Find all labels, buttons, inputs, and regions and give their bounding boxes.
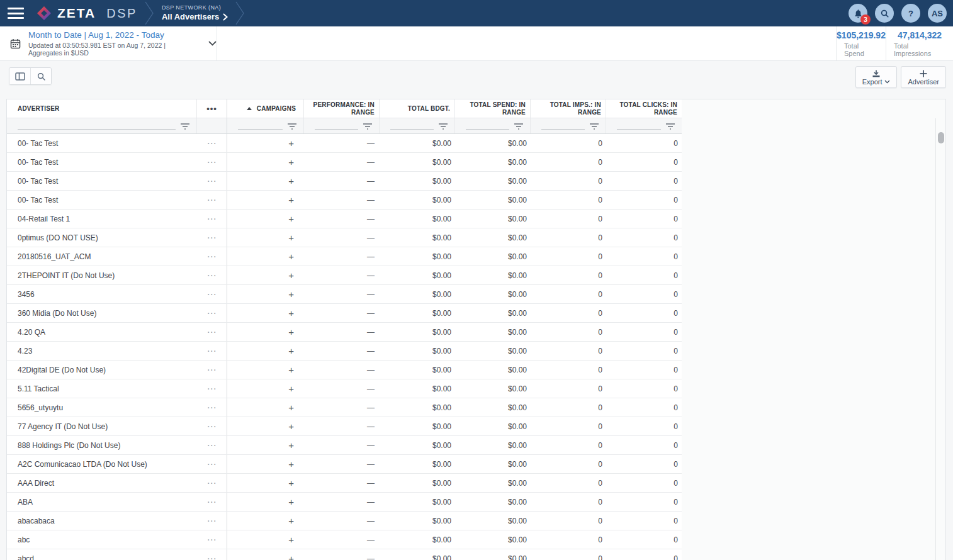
add-advertiser-button[interactable]: Advertiser xyxy=(901,66,946,88)
row-menu-button[interactable]: ⋯ xyxy=(197,512,227,530)
row-menu-button[interactable]: ⋯ xyxy=(197,323,227,341)
notifications-button[interactable]: 3 xyxy=(849,4,867,23)
row-menu-button[interactable]: ⋯ xyxy=(197,361,227,379)
chevron-right-icon[interactable] xyxy=(223,13,228,21)
table-row[interactable]: A2C Comunicacao LTDA (Do Not Use)⋯+—$0.0… xyxy=(7,455,682,474)
expand-campaigns-button[interactable]: + xyxy=(288,157,294,167)
table-row[interactable]: 5.11 Tactical⋯+—$0.00$0.0000 xyxy=(7,379,682,398)
filter-input-impressions[interactable] xyxy=(541,122,585,130)
expand-campaigns-button[interactable]: + xyxy=(288,176,294,186)
row-menu-button[interactable]: ⋯ xyxy=(197,247,227,266)
table-row[interactable]: 42Digital DE (Do Not Use)⋯+—$0.00$0.0000 xyxy=(7,361,682,379)
row-menu-button[interactable]: ⋯ xyxy=(197,304,227,322)
table-row[interactable]: abcd⋯+—$0.00$0.0000 xyxy=(7,549,682,560)
date-range-title[interactable]: Month to Date | Aug 1, 2022 - Today xyxy=(28,30,197,40)
filter-icon[interactable] xyxy=(180,123,190,130)
expand-campaigns-button[interactable]: + xyxy=(288,364,294,375)
filter-icon[interactable] xyxy=(665,123,675,130)
table-row[interactable]: 5656_utyuytu⋯+—$0.00$0.0000 xyxy=(7,398,682,417)
table-row[interactable]: 00- Tac Test⋯+—$0.00$0.0000 xyxy=(7,134,682,153)
date-range-selector[interactable]: Month to Date | Aug 1, 2022 - Today Upda… xyxy=(0,26,217,60)
expand-campaigns-button[interactable]: + xyxy=(288,270,294,281)
filter-input-clicks[interactable] xyxy=(617,122,661,130)
row-menu-button[interactable]: ⋯ xyxy=(197,379,227,398)
row-menu-button[interactable]: ⋯ xyxy=(197,266,227,284)
expand-campaigns-button[interactable]: + xyxy=(288,232,294,243)
advertiser-name-cell[interactable]: 00- Tac Test xyxy=(7,153,197,171)
advertiser-name-cell[interactable]: 2THEPOINT IT (Do Not Use) xyxy=(7,266,197,284)
advertiser-name-cell[interactable]: 5.11 Tactical xyxy=(7,379,197,398)
advertiser-name-cell[interactable]: 00- Tac Test xyxy=(7,191,197,209)
expand-campaigns-button[interactable]: + xyxy=(288,289,294,300)
zeta-dsp-logo[interactable]: ZETA DSP xyxy=(37,6,137,21)
help-button[interactable]: ? xyxy=(901,4,920,23)
row-menu-button[interactable]: ⋯ xyxy=(197,172,227,190)
expand-campaigns-button[interactable]: + xyxy=(288,327,294,337)
row-menu-button[interactable]: ⋯ xyxy=(197,285,227,303)
advertiser-name-cell[interactable]: abc xyxy=(7,530,197,549)
filter-input-campaigns[interactable] xyxy=(238,122,283,130)
expand-campaigns-button[interactable]: + xyxy=(288,459,294,469)
row-menu-button[interactable]: ⋯ xyxy=(197,417,227,435)
avatar[interactable]: AS xyxy=(928,4,947,23)
table-row[interactable]: 0ptimus (DO NOT USE)⋯+—$0.00$0.0000 xyxy=(7,228,682,247)
expand-campaigns-button[interactable]: + xyxy=(288,213,294,224)
table-row[interactable]: 00- Tac Test⋯+—$0.00$0.0000 xyxy=(7,191,682,210)
row-menu-button[interactable]: ⋯ xyxy=(197,455,227,473)
expand-campaigns-button[interactable]: + xyxy=(288,421,294,432)
table-row[interactable]: AAA Direct⋯+—$0.00$0.0000 xyxy=(7,474,682,493)
advertiser-name-cell[interactable]: 4.23 xyxy=(7,342,197,360)
advertiser-name-cell[interactable]: ABA xyxy=(7,493,197,511)
table-row[interactable]: abc⋯+—$0.00$0.0000 xyxy=(7,530,682,549)
advertiser-name-cell[interactable]: A2C Comunicacao LTDA (Do Not Use) xyxy=(7,455,197,473)
filter-input-budget[interactable] xyxy=(390,122,434,130)
advertiser-name-cell[interactable]: 888 Holdings Plc (Do Not Use) xyxy=(7,436,197,454)
columns-button[interactable] xyxy=(9,68,30,84)
expand-campaigns-button[interactable]: + xyxy=(288,440,294,451)
filter-icon[interactable] xyxy=(287,123,297,130)
column-header-budget[interactable]: TOTAL BDGT. xyxy=(380,99,455,118)
expand-campaigns-button[interactable]: + xyxy=(288,515,294,526)
filter-icon[interactable] xyxy=(363,123,373,130)
export-button[interactable]: Export xyxy=(855,66,898,88)
column-header-performance[interactable]: PERFORMANCE: IN RANGE xyxy=(304,99,380,118)
table-row[interactable]: 20180516_UAT_ACM⋯+—$0.00$0.0000 xyxy=(7,247,682,266)
column-header-spend[interactable]: TOTAL SPEND: IN RANGE xyxy=(455,99,531,118)
table-row[interactable]: 4.23⋯+—$0.00$0.0000 xyxy=(7,342,682,361)
table-row[interactable]: 360 Midia (Do Not Use)⋯+—$0.00$0.0000 xyxy=(7,304,682,323)
table-row[interactable]: 3456⋯+—$0.00$0.0000 xyxy=(7,285,682,304)
column-menu-button[interactable]: ••• xyxy=(197,99,227,118)
table-row[interactable]: 77 Agency IT (Do Not Use)⋯+—$0.00$0.0000 xyxy=(7,417,682,436)
expand-campaigns-button[interactable]: + xyxy=(288,251,294,262)
advertiser-name-cell[interactable]: 00- Tac Test xyxy=(7,134,197,152)
expand-campaigns-button[interactable]: + xyxy=(288,553,294,560)
row-menu-button[interactable]: ⋯ xyxy=(197,342,227,360)
table-row[interactable]: 04-Retail Test 1⋯+—$0.00$0.0000 xyxy=(7,210,682,228)
row-menu-button[interactable]: ⋯ xyxy=(197,493,227,511)
vertical-scrollbar-thumb[interactable] xyxy=(938,132,944,143)
advertiser-name-cell[interactable]: 0ptimus (DO NOT USE) xyxy=(7,228,197,247)
table-search-button[interactable] xyxy=(30,68,51,84)
table-row[interactable]: 00- Tac Test⋯+—$0.00$0.0000 xyxy=(7,153,682,172)
menu-icon[interactable] xyxy=(8,8,24,19)
advertiser-name-cell[interactable]: 00- Tac Test xyxy=(7,172,197,190)
advertiser-name-cell[interactable]: 77 Agency IT (Do Not Use) xyxy=(7,417,197,435)
table-row[interactable]: abacabaca⋯+—$0.00$0.0000 xyxy=(7,512,682,530)
expand-campaigns-button[interactable]: + xyxy=(288,194,294,205)
table-row[interactable]: 2THEPOINT IT (Do Not Use)⋯+—$0.00$0.0000 xyxy=(7,266,682,285)
table-row[interactable]: ABA⋯+—$0.00$0.0000 xyxy=(7,493,682,512)
chevron-down-icon[interactable] xyxy=(208,41,217,46)
column-header-clicks[interactable]: TOTAL CLICKS: IN RANGE xyxy=(606,99,682,118)
advertiser-name-cell[interactable]: 3456 xyxy=(7,285,197,303)
table-row[interactable]: 888 Holdings Plc (Do Not Use)⋯+—$0.00$0.… xyxy=(7,436,682,455)
filter-input-performance[interactable] xyxy=(315,122,358,130)
expand-campaigns-button[interactable]: + xyxy=(288,496,294,507)
row-menu-button[interactable]: ⋯ xyxy=(197,549,227,560)
search-button[interactable] xyxy=(875,4,894,23)
expand-campaigns-button[interactable]: + xyxy=(288,308,294,318)
filter-icon[interactable] xyxy=(589,123,599,130)
breadcrumb[interactable]: DSP NETWORK (NA) All Advertisers xyxy=(162,4,228,22)
row-menu-button[interactable]: ⋯ xyxy=(197,191,227,209)
advertiser-name-cell[interactable]: 20180516_UAT_ACM xyxy=(7,247,197,266)
advertiser-name-cell[interactable]: abcd xyxy=(7,549,197,560)
